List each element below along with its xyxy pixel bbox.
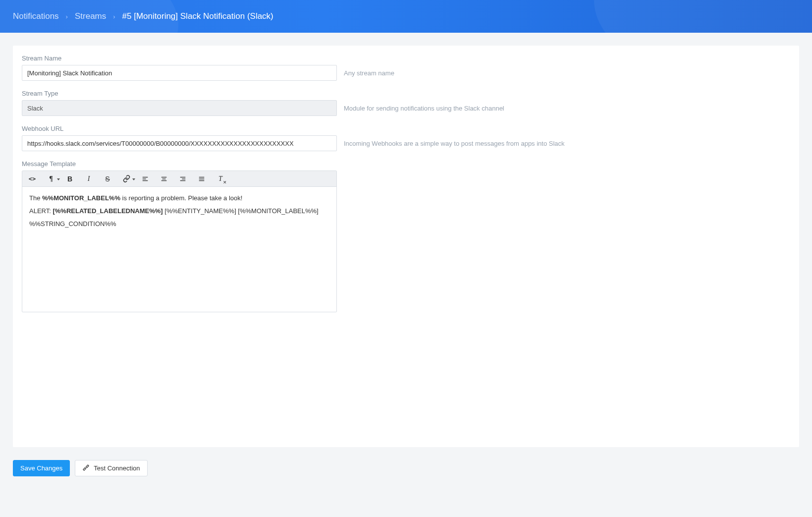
template-text: The	[29, 194, 42, 202]
paragraph-format-icon[interactable]: ¶	[46, 174, 56, 184]
rich-text-editor: <> ¶ B I S	[22, 171, 337, 312]
template-text: [%%ENTITY_NAME%%] [%%MONITOR_LABEL%%]	[163, 207, 319, 215]
plug-icon	[82, 464, 90, 473]
stream-name-input[interactable]	[22, 65, 337, 81]
label-message-template: Message Template	[22, 160, 76, 168]
breadcrumb: Notifications › Streams › #5 [Monitoring…	[13, 11, 273, 21]
chevron-right-icon: ›	[113, 13, 115, 20]
code-view-icon[interactable]: <>	[27, 174, 37, 184]
label-webhook-url: Webhook URL	[22, 125, 337, 132]
template-token: %%MONITOR_LABEL%%	[42, 194, 120, 202]
help-stream-type: Module for sending notifications using t…	[337, 90, 504, 112]
clear-formatting-icon[interactable]: T✕	[216, 174, 225, 184]
strikethrough-icon[interactable]: S	[103, 174, 112, 184]
template-text: %%STRING_CONDITION%%	[29, 220, 116, 228]
help-webhook-url: Incoming Webhooks are a simple way to po…	[337, 125, 565, 147]
save-button[interactable]: Save Changes	[13, 460, 70, 476]
page-header: Notifications › Streams › #5 [Monitoring…	[0, 0, 812, 33]
align-center-icon[interactable]	[159, 174, 169, 184]
align-justify-icon[interactable]	[197, 174, 207, 184]
message-template-body[interactable]: The %%MONITOR_LABEL%% is reporting a pro…	[22, 187, 336, 312]
label-stream-name: Stream Name	[22, 55, 337, 62]
template-text: is reporting a problem. Please take a lo…	[120, 194, 242, 202]
align-left-icon[interactable]	[140, 174, 150, 184]
test-connection-button[interactable]: Test Connection	[75, 460, 147, 476]
form-panel: Stream Name Any stream name Stream Type …	[13, 46, 799, 447]
test-connection-label: Test Connection	[94, 464, 140, 472]
row-stream-name: Stream Name Any stream name	[22, 55, 790, 81]
breadcrumb-current: #5 [Monitoring] Slack Notification (Slac…	[122, 11, 273, 21]
editor-toolbar: <> ¶ B I S	[22, 171, 336, 187]
breadcrumb-streams[interactable]: Streams	[75, 11, 106, 21]
link-icon[interactable]	[121, 174, 131, 184]
row-stream-type: Stream Type Module for sending notificat…	[22, 90, 790, 116]
template-text: ALERT:	[29, 207, 53, 215]
label-stream-type: Stream Type	[22, 90, 337, 97]
breadcrumb-notifications[interactable]: Notifications	[13, 11, 59, 21]
template-token: [%%RELATED_LABELEDNAME%%]	[53, 207, 162, 215]
italic-icon[interactable]: I	[84, 174, 94, 184]
row-webhook-url: Webhook URL Incoming Webhooks are a simp…	[22, 125, 790, 151]
chevron-right-icon: ›	[66, 13, 68, 20]
help-stream-name: Any stream name	[337, 55, 394, 77]
action-footer: Save Changes Test Connection	[13, 460, 799, 476]
bold-icon[interactable]: B	[65, 174, 75, 184]
align-right-icon[interactable]	[178, 174, 188, 184]
webhook-url-input[interactable]	[22, 135, 337, 151]
row-message-template: Message Template <> ¶ B I S	[22, 160, 790, 312]
stream-type-input	[22, 100, 337, 116]
